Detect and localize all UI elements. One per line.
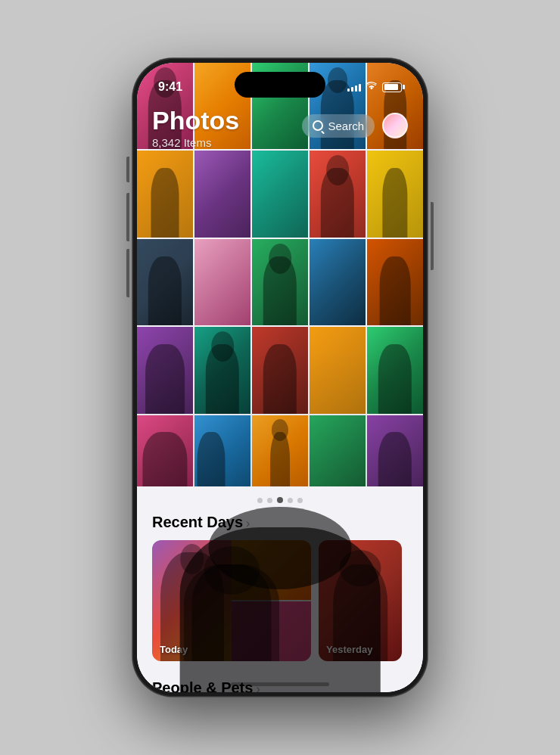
- grid-photo-10[interactable]: [367, 151, 423, 237]
- phone-screen: 9:41: [137, 63, 423, 692]
- page-title: Photos: [152, 107, 239, 135]
- home-indicator[interactable]: [231, 682, 329, 686]
- volume-down-button[interactable]: [126, 249, 129, 297]
- header-row: Photos 8,342 Items Search: [152, 107, 408, 149]
- grid-photo-19[interactable]: [310, 327, 366, 413]
- search-button[interactable]: Search: [302, 114, 375, 138]
- grid-photo-11[interactable]: [137, 239, 193, 325]
- grid-photo-18[interactable]: [252, 327, 308, 413]
- dynamic-island: [235, 72, 325, 98]
- phone-frame: 9:41: [132, 58, 428, 697]
- mute-button[interactable]: [126, 157, 129, 182]
- grid-photo-16[interactable]: [137, 327, 193, 413]
- items-count: 8,342 Items: [152, 136, 239, 149]
- grid-photo-9[interactable]: [310, 151, 366, 237]
- grid-photo-6[interactable]: [137, 151, 193, 237]
- status-icons: [347, 82, 402, 93]
- header-actions: Search: [302, 113, 408, 138]
- ios-screen: 9:41: [137, 63, 423, 692]
- page-dot-1[interactable]: [257, 498, 263, 503]
- search-label: Search: [328, 120, 364, 132]
- title-group: Photos 8,342 Items: [152, 107, 239, 149]
- page-dot-3[interactable]: [277, 497, 283, 503]
- signal-icon: [347, 82, 361, 92]
- grid-photo-15[interactable]: [367, 239, 423, 325]
- grid-photo-17[interactable]: [194, 327, 250, 413]
- scroll-content: Recent Days ›: [137, 486, 423, 692]
- status-time: 9:41: [158, 80, 182, 94]
- grid-photo-13[interactable]: [252, 239, 308, 325]
- grid-photo-8[interactable]: [252, 151, 308, 237]
- grid-photo-7[interactable]: [194, 151, 250, 237]
- page-dot-4[interactable]: [288, 498, 293, 503]
- grid-photo-14[interactable]: [310, 239, 366, 325]
- grid-photo-12[interactable]: [194, 239, 250, 325]
- grid-photo-20[interactable]: [367, 327, 423, 413]
- battery-icon: [382, 82, 402, 92]
- search-icon: [313, 120, 323, 131]
- page-dot-2[interactable]: [267, 498, 272, 503]
- volume-up-button[interactable]: [126, 193, 129, 241]
- wifi-icon: [366, 82, 378, 93]
- user-avatar[interactable]: [382, 113, 408, 138]
- power-button[interactable]: [431, 202, 434, 270]
- page-dot-5[interactable]: [297, 498, 303, 503]
